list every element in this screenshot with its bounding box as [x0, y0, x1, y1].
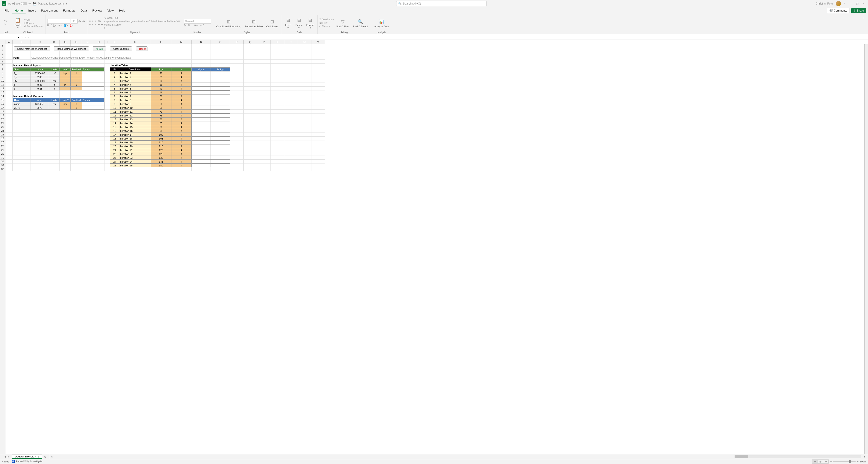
- row-header-25[interactable]: 25: [0, 136, 5, 141]
- overlay-N32[interactable]: [191, 163, 211, 167]
- cell-R25[interactable]: [257, 136, 271, 141]
- overlay-E12[interactable]: [60, 87, 70, 90]
- cell-R20[interactable]: [257, 117, 271, 121]
- cell-G32[interactable]: [82, 163, 93, 167]
- col-header-C[interactable]: C: [31, 40, 49, 44]
- cell-C26[interactable]: [31, 141, 49, 144]
- cell-S23[interactable]: [271, 129, 284, 133]
- cell-P1[interactable]: [230, 44, 244, 48]
- cell-T25[interactable]: [284, 136, 298, 141]
- row-header-11[interactable]: 11: [0, 83, 5, 87]
- cell-P3[interactable]: [230, 52, 244, 56]
- cell-P24[interactable]: [230, 133, 244, 136]
- close-icon[interactable]: ✕: [862, 2, 864, 5]
- cell-J5[interactable]: [110, 60, 119, 64]
- cell-Q12[interactable]: [244, 87, 257, 90]
- overlay-B4[interactable]: Path:: [13, 56, 31, 60]
- cell-G23[interactable]: [82, 129, 93, 133]
- cell-F25[interactable]: [70, 136, 82, 141]
- cell-S30[interactable]: [271, 156, 284, 160]
- overlay-O27[interactable]: [211, 144, 230, 148]
- cell-U24[interactable]: [298, 133, 311, 136]
- overlay-O14[interactable]: [211, 94, 230, 98]
- autosave-toggle[interactable]: AutoSave Off: [8, 2, 31, 5]
- overlay-C7[interactable]: Value: [31, 67, 49, 71]
- vertical-scrollbar[interactable]: [864, 44, 868, 454]
- cell-P15[interactable]: [230, 98, 244, 102]
- cell-G28[interactable]: [82, 148, 93, 152]
- overlay-O25[interactable]: [211, 136, 230, 141]
- cell-V26[interactable]: [311, 141, 325, 144]
- cell-P30[interactable]: [230, 156, 244, 160]
- overlay-B16[interactable]: sigma: [13, 102, 31, 106]
- cell-T33[interactable]: [284, 167, 298, 171]
- cell-H33[interactable]: [93, 167, 104, 171]
- row-header-18[interactable]: 18: [0, 110, 5, 114]
- cell-I31[interactable]: [104, 160, 110, 163]
- cell-I26[interactable]: [104, 141, 110, 144]
- overlay-G15-span[interactable]: Status: [82, 98, 104, 102]
- cell-I11[interactable]: [104, 83, 110, 87]
- row-header-17[interactable]: 17: [0, 106, 5, 110]
- cell-U26[interactable]: [298, 141, 311, 144]
- overlay-N14[interactable]: [191, 94, 211, 98]
- cell-V2[interactable]: [311, 48, 325, 52]
- cell-G3[interactable]: [82, 52, 93, 56]
- cell-H27[interactable]: [93, 144, 104, 148]
- cell-D32[interactable]: [49, 163, 60, 167]
- overlay-O30[interactable]: [211, 156, 230, 160]
- cell-R6[interactable]: [257, 64, 271, 67]
- horizontal-scrollbar[interactable]: [735, 455, 861, 458]
- overlay-E17[interactable]: [60, 106, 70, 110]
- cell-B28[interactable]: [13, 148, 31, 152]
- cell-U4[interactable]: [298, 56, 311, 60]
- cell-H13[interactable]: [93, 90, 104, 94]
- cell-B18[interactable]: [13, 110, 31, 114]
- cell-Q3[interactable]: [244, 52, 257, 56]
- cell-S13[interactable]: [271, 90, 284, 94]
- conditional-formatting-button[interactable]: ⊞ Conditional Formatting: [215, 18, 243, 28]
- cell-S10[interactable]: [271, 79, 284, 83]
- cell-P14[interactable]: [230, 94, 244, 98]
- overlay-J28[interactable]: 21: [110, 148, 119, 152]
- cell-S15[interactable]: [271, 98, 284, 102]
- overlay-N20[interactable]: [191, 117, 211, 121]
- overlay-O29[interactable]: [211, 152, 230, 156]
- overlay-N9[interactable]: [191, 75, 211, 79]
- orientation-icon[interactable]: ⟲▾: [98, 20, 101, 23]
- cell-Q27[interactable]: [244, 144, 257, 148]
- overlay-B14-span[interactable]: Mathcad Default Outputs: [13, 94, 60, 98]
- increase-font-icon[interactable]: A▴: [79, 20, 82, 23]
- col-header-S[interactable]: S: [271, 40, 284, 44]
- overlay-N27[interactable]: [191, 144, 211, 148]
- cell-V18[interactable]: [311, 110, 325, 114]
- cell-Q18[interactable]: [244, 110, 257, 114]
- row-header-27[interactable]: 27: [0, 144, 5, 148]
- cell-S2[interactable]: [271, 48, 284, 52]
- overlay-K16[interactable]: Iteration 9: [119, 102, 151, 106]
- overlay-E7[interactable]: Units2: [60, 67, 70, 71]
- cut-button[interactable]: ✂ Cut: [24, 18, 43, 21]
- row-header-1[interactable]: 1: [0, 44, 5, 48]
- find-select-button[interactable]: 🔍 Find & Select: [352, 18, 369, 28]
- overlay-E15[interactable]: Units2: [60, 98, 70, 102]
- cell-M5[interactable]: [171, 60, 191, 64]
- cell-B22[interactable]: [13, 125, 31, 129]
- overlay-F17[interactable]: 1: [70, 106, 82, 110]
- cell-R24[interactable]: [257, 133, 271, 136]
- cell-U6[interactable]: [298, 64, 311, 67]
- copy-button[interactable]: ⎘ Copy ▾: [24, 22, 43, 24]
- overlay-N30[interactable]: [191, 156, 211, 160]
- overlay-K22[interactable]: Iteration 15: [119, 125, 151, 129]
- cell-F22[interactable]: [70, 125, 82, 129]
- cell-H31[interactable]: [93, 160, 104, 163]
- cell-C25[interactable]: [31, 136, 49, 141]
- cell-D19[interactable]: [49, 114, 60, 117]
- cell-P9[interactable]: [230, 75, 244, 79]
- cell-V22[interactable]: [311, 125, 325, 129]
- cell-T2[interactable]: [284, 48, 298, 52]
- cell-A27[interactable]: [5, 144, 13, 148]
- cell-O5[interactable]: [211, 60, 230, 64]
- cell-O33[interactable]: [211, 167, 230, 171]
- cell-G31[interactable]: [82, 160, 93, 163]
